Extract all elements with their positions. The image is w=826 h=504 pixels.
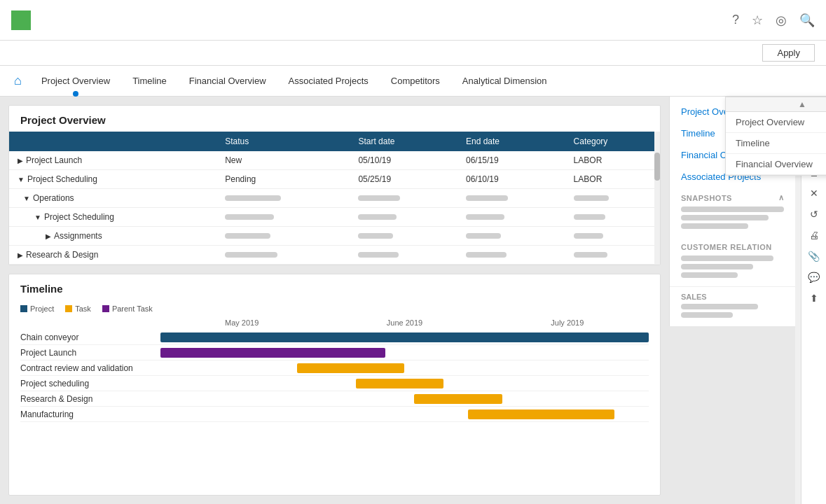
row-name: ▼Project Scheduling xyxy=(9,208,216,227)
row-start: 05/10/19 xyxy=(350,151,457,170)
row-start xyxy=(350,189,457,208)
row-status xyxy=(216,227,350,246)
snapshots-section: SNAPSHOTS ∧ xyxy=(670,188,795,237)
sales-bar-2 xyxy=(681,312,733,318)
gantt-bar-area xyxy=(160,363,649,373)
project-overview-table: Status Start date End date Category ▶Pro… xyxy=(9,132,660,265)
customer-bar-1 xyxy=(681,255,773,261)
table-row[interactable]: ▼Operations xyxy=(9,189,660,208)
table-row[interactable]: ▶Project Launch New 05/10/19 06/15/19 LA… xyxy=(9,151,660,170)
row-end xyxy=(457,246,565,265)
popup-item-financial-overview[interactable]: Financial Overview xyxy=(726,154,826,175)
main-layout: Project Overview Status Start date End d… xyxy=(0,97,826,504)
upload-button[interactable]: ⬆ xyxy=(804,288,824,308)
popup-item-project-overview[interactable]: Project Overview xyxy=(726,112,826,133)
popup-list: Project Overview Timeline Financial Over… xyxy=(726,112,826,175)
legend-task-color xyxy=(65,305,72,312)
legend-project: Project xyxy=(20,304,54,313)
tab-analytical-dimension[interactable]: Analytical Dimension xyxy=(451,66,558,97)
gantt-bar xyxy=(160,332,649,342)
close-button[interactable]: ✕ xyxy=(804,183,824,203)
row-name: ▶Assignments xyxy=(9,227,216,246)
snapshot-bar-2 xyxy=(681,215,769,220)
apply-button[interactable]: Apply xyxy=(762,44,815,62)
snapshot-bar-3 xyxy=(681,223,748,229)
row-status xyxy=(216,208,350,227)
timeline-panel: Timeline Project Task Parent Task xyxy=(8,274,661,496)
row-name: ▶Project Launch xyxy=(9,151,216,170)
month-june: June 2019 xyxy=(323,318,486,327)
legend-project-label: Project xyxy=(30,304,54,313)
gantt-bar xyxy=(468,410,614,419)
sales-bar-1 xyxy=(681,304,758,309)
home-icon[interactable]: ⌂ xyxy=(6,74,30,88)
table-scrollbar[interactable] xyxy=(654,132,660,265)
secondary-bar: Apply xyxy=(0,41,826,66)
customer-section: CUSTOMER RELATION xyxy=(670,237,795,286)
table-row[interactable]: ▼Project Scheduling xyxy=(9,208,660,227)
help-icon[interactable]: ? xyxy=(732,13,739,27)
row-status: Pending xyxy=(216,170,350,189)
tab-timeline[interactable]: Timeline xyxy=(121,66,178,97)
row-category: LABOR xyxy=(565,170,660,189)
sales-section: SALES xyxy=(670,286,795,326)
gantt-row-label: Project Launch xyxy=(20,348,160,358)
print-button[interactable]: 🖨 xyxy=(804,225,824,245)
app-logo xyxy=(11,10,31,30)
row-category xyxy=(565,189,660,208)
star-icon[interactable]: ☆ xyxy=(752,13,763,28)
customer-title: CUSTOMER RELATION xyxy=(681,243,784,251)
refresh-button[interactable]: ↺ xyxy=(804,204,824,224)
gantt-row: Chain conveyor xyxy=(20,330,649,345)
tab-associated-projects[interactable]: Associated Projects xyxy=(277,66,380,97)
table-row[interactable]: ▶Research & Design xyxy=(9,246,660,265)
row-start xyxy=(350,246,457,265)
search-icon[interactable]: 🔍 xyxy=(799,13,815,28)
table-row[interactable]: ▶Assignments xyxy=(9,227,660,246)
project-overview-panel: Project Overview Status Start date End d… xyxy=(8,105,661,265)
popup-item-timeline[interactable]: Timeline xyxy=(726,133,826,154)
snapshots-collapse-icon[interactable]: ∧ xyxy=(778,193,785,202)
col-status: Status xyxy=(216,132,350,151)
leaf-icon[interactable]: ◎ xyxy=(776,13,787,28)
row-category xyxy=(565,208,660,227)
row-status: New xyxy=(216,151,350,170)
attach-button[interactable]: 📎 xyxy=(804,246,824,266)
comment-button[interactable]: 💬 xyxy=(804,267,824,287)
gantt-row-label: Research & Design xyxy=(20,394,160,404)
col-end: End date xyxy=(457,132,565,151)
gantt-row-label: Contract review and validation xyxy=(20,363,160,373)
gantt-bar-area xyxy=(160,410,649,419)
gantt-row: Manufacturing xyxy=(20,407,649,422)
gantt-bar xyxy=(160,348,385,358)
legend-parent-task-label: Parent Task xyxy=(112,304,153,313)
gantt-row: Project Launch xyxy=(20,345,649,360)
popup-scroll-up[interactable]: ▲ xyxy=(798,99,806,109)
timeline-legend: Project Task Parent Task xyxy=(9,300,660,318)
gantt-row-label: Project scheduling xyxy=(20,379,160,388)
row-start xyxy=(350,208,457,227)
row-start xyxy=(350,227,457,246)
row-end: 06/10/19 xyxy=(457,170,565,189)
gantt-row: Research & Design xyxy=(20,391,649,407)
month-may: May 2019 xyxy=(160,318,323,327)
tab-competitors[interactable]: Competitors xyxy=(380,66,451,97)
popup-overlay: ▲ Project Overview Timeline Financial Ov… xyxy=(725,97,826,176)
legend-task-label: Task xyxy=(75,304,91,313)
gantt-row-label: Manufacturing xyxy=(20,410,160,419)
gantt-container: May 2019 June 2019 July 2019 Chain conve… xyxy=(9,318,660,422)
project-overview-table-wrapper: Status Start date End date Category ▶Pro… xyxy=(9,132,660,265)
gantt-bar xyxy=(356,379,443,388)
table-row[interactable]: ▼Project Scheduling Pending 05/25/19 06/… xyxy=(9,170,660,189)
right-section: ▲ Project Overview Timeline Financial Ov… xyxy=(669,97,795,504)
legend-project-color xyxy=(20,305,27,312)
col-name xyxy=(9,132,216,151)
row-name: ▼Operations xyxy=(9,189,216,208)
tab-project-overview[interactable]: Project Overview xyxy=(30,66,121,97)
row-status xyxy=(216,246,350,265)
row-name: ▶Research & Design xyxy=(9,246,216,265)
sales-title: SALES xyxy=(681,293,784,301)
gantt-bar-area xyxy=(160,348,649,358)
tab-financial-overview[interactable]: Financial Overview xyxy=(178,66,277,97)
customer-bar-2 xyxy=(681,264,753,270)
